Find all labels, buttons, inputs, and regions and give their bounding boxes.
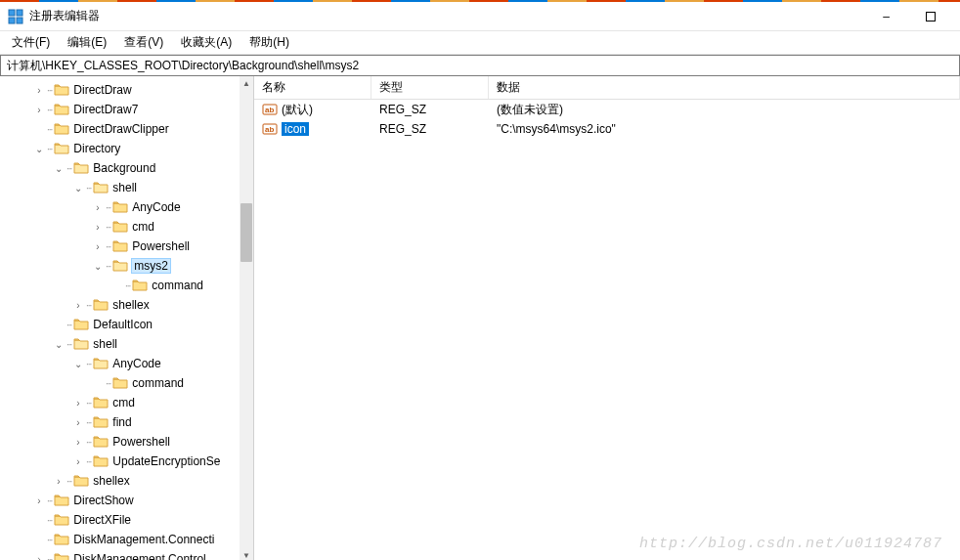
tree-node-n16[interactable]: ›···cmd [4, 393, 253, 412]
folder-icon [112, 220, 128, 234]
tree-node-n12[interactable]: ···DefaultIcon [4, 315, 253, 334]
chevron-down-icon[interactable]: ⌄ [72, 359, 84, 369]
tree-label: shell [93, 337, 117, 351]
chevron-right-icon[interactable]: › [33, 554, 45, 561]
menu-bar: 文件(F) 编辑(E) 查看(V) 收藏夹(A) 帮助(H) [0, 31, 960, 55]
chevron-right-icon[interactable]: › [72, 456, 84, 467]
menu-edit[interactable]: 编辑(E) [60, 32, 114, 53]
chevron-right-icon[interactable]: › [33, 495, 45, 506]
values-pane[interactable]: 名称 类型 数据 ab(默认)REG_SZ(数值未设置)abiconREG_SZ… [254, 76, 960, 560]
tree-node-n6[interactable]: ›···AnyCode [4, 197, 253, 217]
tree-label: UpdateEncryptionSe [112, 454, 220, 468]
tree-node-n5[interactable]: ⌄···shell [4, 178, 253, 197]
tree-node-n4[interactable]: ⌄···Background [4, 158, 253, 178]
tree-label: DirectDraw [73, 83, 131, 97]
scroll-thumb[interactable] [240, 203, 252, 262]
scroll-up-icon[interactable]: ▲ [240, 76, 253, 90]
tree-node-n19[interactable]: ›···UpdateEncryptionSe [4, 452, 253, 471]
tree-label: shellex [112, 298, 149, 312]
tree-line: ··· [47, 554, 52, 561]
chevron-down-icon[interactable]: ⌄ [53, 163, 65, 174]
tree-line: ··· [86, 359, 91, 369]
tree-label: Background [93, 161, 155, 175]
tree-node-n18[interactable]: ›···Powershell [4, 432, 253, 452]
tree-node-n10[interactable]: ···command [4, 276, 253, 295]
chevron-down-icon[interactable]: ⌄ [33, 144, 45, 154]
chevron-right-icon[interactable]: › [72, 398, 84, 409]
value-data: "C:\msys64\msys2.ico" [489, 122, 960, 136]
tree-node-n20[interactable]: ›···shellex [4, 471, 253, 491]
tree-node-n2[interactable]: ···DirectDrawClipper [4, 119, 253, 139]
chevron-right-icon[interactable]: › [72, 437, 84, 448]
tree-node-n1[interactable]: ›···DirectDraw7 [4, 100, 253, 119]
svg-text:ab: ab [265, 125, 274, 134]
chevron-right-icon[interactable]: › [72, 417, 84, 428]
tree-pane[interactable]: ›···DirectDraw›···DirectDraw7···DirectDr… [0, 76, 254, 560]
chevron-right-icon[interactable]: › [92, 222, 104, 233]
tree-line: ··· [86, 456, 91, 467]
maximize-button[interactable] [908, 3, 952, 30]
list-header: 名称 类型 数据 [254, 76, 960, 100]
folder-icon [112, 200, 128, 214]
menu-help[interactable]: 帮助(H) [241, 32, 297, 53]
tree-node-n15[interactable]: ···command [4, 373, 253, 393]
tree-node-n9[interactable]: ⌄···msys2 [4, 256, 253, 276]
tree-label: DiskManagement.Connecti [73, 533, 214, 546]
value-row[interactable]: abiconREG_SZ"C:\msys64\msys2.ico" [254, 119, 960, 139]
tree-node-n24[interactable]: ›···DiskManagement.Control [4, 549, 253, 560]
value-row[interactable]: ab(默认)REG_SZ(数值未设置) [254, 100, 960, 119]
tree-node-n21[interactable]: ›···DirectShow [4, 491, 253, 510]
tree-line: ··· [47, 535, 52, 545]
tree-node-n13[interactable]: ⌄···shell [4, 334, 253, 354]
tree-node-n0[interactable]: ›···DirectDraw [4, 80, 253, 100]
tree-line: ··· [47, 515, 52, 526]
tree-node-n8[interactable]: ›···Powershell [4, 237, 253, 256]
tree-node-n17[interactable]: ›···find [4, 412, 253, 432]
tree-label: Powershell [132, 239, 190, 253]
tree-line: ··· [106, 202, 110, 213]
address-bar[interactable]: 计算机\HKEY_CLASSES_ROOT\Directory\Backgrou… [0, 55, 960, 76]
chevron-right-icon[interactable]: › [53, 476, 65, 487]
title-bar: 注册表编辑器 – [0, 2, 960, 31]
tree-node-n7[interactable]: ›···cmd [4, 217, 253, 237]
header-data[interactable]: 数据 [489, 76, 960, 99]
chevron-down-icon[interactable]: ⌄ [72, 183, 84, 194]
svg-rect-1 [17, 10, 22, 16]
menu-file[interactable]: 文件(F) [4, 32, 58, 53]
folder-icon [54, 552, 69, 560]
header-type[interactable]: 类型 [371, 76, 489, 99]
chevron-right-icon[interactable]: › [92, 202, 104, 213]
tree-node-n23[interactable]: ···DiskManagement.Connecti [4, 530, 253, 549]
tree-scrollbar[interactable]: ▲ ▼ [240, 76, 253, 560]
scroll-down-icon[interactable]: ▼ [240, 548, 253, 560]
tree-line: ··· [66, 320, 71, 330]
tree-node-n3[interactable]: ⌄···Directory [4, 139, 253, 158]
minimize-button[interactable]: – [864, 3, 908, 30]
chevron-right-icon[interactable]: › [33, 105, 45, 115]
folder-icon [73, 337, 89, 351]
menu-favorites[interactable]: 收藏夹(A) [173, 32, 240, 53]
tree-node-n22[interactable]: ···DirectXFile [4, 510, 253, 530]
tree-node-n14[interactable]: ⌄···AnyCode [4, 354, 253, 373]
folder-icon [54, 533, 69, 546]
chevron-right-icon[interactable]: › [33, 85, 45, 96]
tree-line: ··· [86, 300, 91, 311]
tree-label: shellex [93, 474, 129, 488]
header-name[interactable]: 名称 [254, 76, 371, 99]
chevron-right-icon[interactable]: › [72, 300, 84, 311]
tree-line: ··· [47, 85, 52, 96]
svg-text:ab: ab [265, 106, 274, 114]
tree-node-n11[interactable]: ›···shellex [4, 295, 253, 315]
chevron-down-icon[interactable]: ⌄ [53, 339, 65, 350]
tree-line: ··· [86, 398, 91, 409]
tree-label: Powershell [112, 435, 170, 449]
folder-icon [93, 454, 109, 468]
regedit-icon [8, 9, 23, 24]
chevron-down-icon[interactable]: ⌄ [92, 261, 104, 272]
tree-line: ··· [106, 378, 110, 389]
registry-tree[interactable]: ›···DirectDraw›···DirectDraw7···DirectDr… [0, 80, 253, 560]
svg-rect-4 [926, 12, 935, 21]
chevron-right-icon[interactable]: › [92, 241, 104, 252]
tree-label: msys2 [132, 259, 170, 273]
menu-view[interactable]: 查看(V) [116, 32, 171, 53]
